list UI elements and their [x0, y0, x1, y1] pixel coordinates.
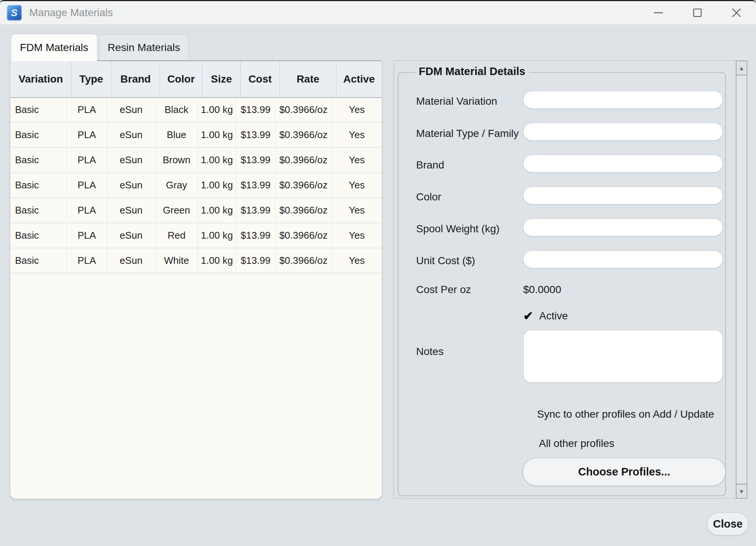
window-controls	[639, 1, 756, 24]
header-cell-type[interactable]: Type	[71, 61, 112, 97]
table-cell: Basic	[11, 224, 67, 247]
table-cell: $0.3966/oz	[275, 123, 332, 147]
material-type-label: Material Type / Family	[416, 128, 519, 140]
header-cell-active[interactable]: Active	[337, 61, 382, 97]
table-row[interactable]: BasicPLAeSunWhite1.00 kg$13.99$0.3966/oz…	[11, 249, 382, 274]
table-cell: Yes	[332, 98, 382, 122]
scroll-down-icon: ▼	[739, 488, 744, 495]
header-cell-variation[interactable]: Variation	[11, 61, 71, 97]
scroll-up-button[interactable]: ▲	[736, 61, 747, 75]
maximize-button[interactable]	[678, 1, 717, 24]
checkmark-icon: ✔	[523, 310, 533, 322]
scroll-down-button[interactable]: ▼	[736, 484, 747, 498]
fdm-material-details-groupbox: FDM Material Details Material Variation …	[398, 72, 726, 496]
brand-input[interactable]	[523, 155, 723, 173]
table-cell: $0.3966/oz	[275, 148, 332, 172]
table-cell: PLA	[67, 224, 107, 247]
notes-label: Notes	[416, 346, 444, 358]
table-cell: $13.99	[236, 173, 275, 197]
brand-label: Brand	[416, 159, 444, 171]
maximize-icon	[692, 7, 703, 18]
close-window-button[interactable]	[717, 1, 756, 24]
table-cell: Blue	[155, 123, 198, 147]
table-cell: Basic	[11, 98, 67, 122]
table-cell: Basic	[11, 199, 67, 222]
table-cell: PLA	[67, 123, 107, 147]
minimize-button[interactable]	[639, 1, 678, 24]
table-cell: $0.3966/oz	[275, 224, 332, 247]
table-cell: Basic	[11, 249, 67, 272]
table-cell: eSun	[107, 173, 155, 197]
header-cell-rate[interactable]: Rate	[280, 61, 337, 97]
table-cell: $0.3966/oz	[275, 98, 332, 122]
all-other-profiles-option[interactable]: All other profiles	[539, 438, 614, 450]
tab-resin-materials[interactable]: Resin Materials	[99, 34, 189, 60]
table-cell: PLA	[67, 249, 107, 272]
table-row[interactable]: BasicPLAeSunGreen1.00 kg$13.99$0.3966/oz…	[11, 199, 382, 224]
table-cell: Basic	[11, 173, 67, 197]
table-row[interactable]: BasicPLAeSunRed1.00 kg$13.99$0.3966/ozYe…	[11, 224, 382, 249]
scroll-up-icon: ▲	[739, 65, 744, 71]
table-cell: Yes	[332, 148, 382, 172]
table-cell: $13.99	[236, 199, 275, 222]
table-cell: eSun	[107, 249, 155, 272]
color-label: Color	[416, 191, 441, 203]
header-cell-cost[interactable]: Cost	[241, 61, 280, 97]
header-cell-color[interactable]: Color	[160, 61, 202, 97]
close-icon	[731, 7, 742, 18]
active-checkbox-label: Active	[539, 310, 568, 322]
details-scrollbar[interactable]: ▲ ▼	[736, 61, 747, 498]
table-cell: 1.00 kg	[198, 173, 236, 197]
table-cell: Brown	[155, 148, 198, 172]
table-row[interactable]: BasicPLAeSunBlue1.00 kg$13.99$0.3966/ozY…	[11, 123, 382, 148]
choose-profiles-button[interactable]: Choose Profiles...	[522, 457, 726, 486]
title-bar: S Manage Materials	[0, 1, 756, 24]
table-cell: Gray	[155, 173, 198, 197]
materials-table-panel: VariationTypeBrandColorSizeCostRateActiv…	[11, 60, 382, 499]
details-scroll-region: FDM Material Details Material Variation …	[394, 60, 747, 499]
table-cell: 1.00 kg	[198, 224, 236, 247]
table-cell: Yes	[332, 123, 382, 147]
notes-textarea[interactable]	[523, 330, 723, 383]
table-row[interactable]: BasicPLAeSunBrown1.00 kg$13.99$0.3966/oz…	[11, 148, 382, 173]
table-cell: $0.3966/oz	[275, 249, 332, 272]
table-row[interactable]: BasicPLAeSunGray1.00 kg$13.99$0.3966/ozY…	[11, 173, 382, 199]
table-cell: Basic	[11, 123, 67, 147]
table-cell: 1.00 kg	[198, 123, 236, 147]
cost-per-oz-value: $0.0000	[523, 284, 561, 296]
spool-weight-input[interactable]	[523, 218, 723, 236]
unit-cost-input[interactable]	[523, 250, 723, 268]
header-cell-brand[interactable]: Brand	[112, 61, 160, 97]
table-cell: 1.00 kg	[198, 199, 236, 222]
active-checkbox[interactable]: ✔ Active	[523, 310, 568, 322]
color-input[interactable]	[523, 187, 723, 205]
table-cell: 1.00 kg	[198, 249, 236, 272]
scrollbar-thumb[interactable]	[736, 75, 747, 484]
sync-profiles-option[interactable]: Sync to other profiles on Add / Update	[537, 408, 714, 420]
tab-fdm-materials[interactable]: FDM Materials	[11, 34, 97, 61]
table-cell: White	[155, 249, 198, 272]
app-icon: S	[7, 5, 22, 21]
window-title: Manage Materials	[29, 1, 113, 24]
table-cell: PLA	[67, 148, 107, 172]
material-type-input[interactable]	[523, 123, 723, 141]
table-cell: $13.99	[236, 123, 275, 147]
material-variation-input[interactable]	[523, 91, 723, 109]
header-cell-size[interactable]: Size	[202, 61, 241, 97]
table-cell: $13.99	[236, 148, 275, 172]
table-cell: Black	[155, 98, 198, 122]
table-cell: Basic	[11, 148, 67, 172]
minimize-icon	[653, 7, 664, 18]
table-row[interactable]: BasicPLAeSunBlack1.00 kg$13.99$0.3966/oz…	[11, 98, 382, 123]
table-cell: $13.99	[236, 98, 275, 122]
materials-table-body: BasicPLAeSunBlack1.00 kg$13.99$0.3966/oz…	[11, 98, 382, 274]
details-group-title: FDM Material Details	[415, 65, 529, 78]
spool-weight-label: Spool Weight (kg)	[416, 223, 499, 235]
materials-table-header: VariationTypeBrandColorSizeCostRateActiv…	[11, 61, 382, 98]
table-cell: Green	[155, 199, 198, 222]
close-button[interactable]: Close	[707, 512, 749, 535]
table-cell: $13.99	[236, 224, 275, 247]
table-cell: PLA	[67, 173, 107, 197]
material-variation-label: Material Variation	[416, 95, 497, 107]
table-cell: Red	[155, 224, 198, 247]
